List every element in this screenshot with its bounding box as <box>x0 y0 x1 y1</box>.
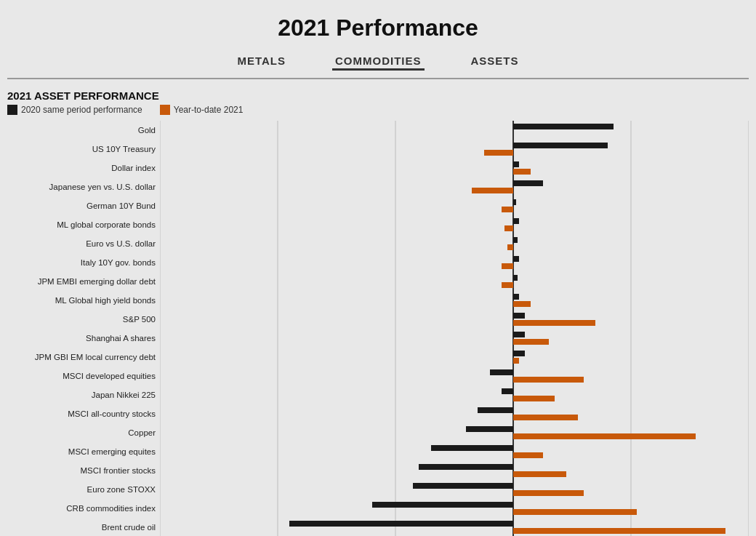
label-cell: Japan Nikkei 225 <box>7 385 160 404</box>
orange-bar <box>472 188 513 193</box>
bar-row <box>160 404 749 423</box>
label-cell: CRB commodities index <box>7 499 160 518</box>
bar-row <box>160 215 749 234</box>
bar-row <box>160 348 749 367</box>
page-title: 2021 Performance <box>7 7 749 47</box>
bar-row <box>160 461 749 480</box>
bars-column: -60-40-2002040% <box>160 121 749 536</box>
orange-bar <box>513 433 696 439</box>
black-bar <box>513 143 608 148</box>
orange-bar <box>484 150 514 156</box>
label-cell: Euro vs U.S. dollar <box>7 234 160 253</box>
orange-bar <box>513 509 637 515</box>
chart-area: GoldUS 10Y TreasuryDollar indexJapanese … <box>7 121 749 536</box>
bar-row <box>160 177 749 196</box>
label-cell: MSCI all-country stocks <box>7 404 160 423</box>
label-cell: JPM GBI EM local currency debt <box>7 348 160 367</box>
black-bar <box>513 199 516 205</box>
orange-bar <box>513 490 584 496</box>
bar-row <box>160 196 749 215</box>
orange-bar <box>513 301 531 307</box>
black-bar <box>419 464 513 470</box>
black-bar <box>513 256 519 262</box>
tab-metals[interactable]: METALS <box>234 53 289 71</box>
bar-row <box>160 385 749 404</box>
legend-orange-label: Year-to-date 2021 <box>174 105 244 115</box>
tab-assets[interactable]: ASSETS <box>468 53 522 71</box>
bar-row <box>160 159 749 177</box>
orange-bar <box>513 169 531 175</box>
label-cell: MSCI developed equities <box>7 367 160 385</box>
black-bar <box>513 313 525 319</box>
orange-bar <box>513 528 725 534</box>
legend-black: 2020 same period performance <box>7 105 142 115</box>
bar-row <box>160 442 749 461</box>
bar-row <box>160 518 749 536</box>
black-bar <box>513 161 519 167</box>
legend-orange: Year-to-date 2021 <box>160 105 244 115</box>
section-title: 2021 ASSET PERFORMANCE <box>7 89 749 102</box>
black-bar <box>513 351 525 356</box>
orange-bar <box>513 396 555 401</box>
black-bar <box>513 218 519 224</box>
bar-row <box>160 367 749 385</box>
bar-row <box>160 140 749 159</box>
label-cell: MSCI frontier stocks <box>7 461 160 480</box>
bar-row <box>160 423 749 442</box>
label-cell: US 10Y Treasury <box>7 140 160 159</box>
black-bar <box>513 124 614 129</box>
tab-commodities[interactable]: COMMODITIES <box>332 53 425 71</box>
black-bar <box>513 180 543 186</box>
label-cell: Italy 10Y gov. bonds <box>7 253 160 272</box>
bar-row <box>160 329 749 348</box>
bar-row <box>160 499 749 518</box>
label-cell: S&P 500 <box>7 310 160 329</box>
black-bar <box>431 445 513 451</box>
black-bar <box>478 407 513 413</box>
label-cell: Shanghai A shares <box>7 329 160 348</box>
orange-bar <box>502 282 513 288</box>
page-container: 2021 Performance METALS COMMODITIES ASSE… <box>7 7 749 536</box>
bar-row <box>160 291 749 310</box>
black-bar <box>502 388 513 394</box>
label-cell: Dollar index <box>7 159 160 177</box>
bar-row <box>160 310 749 329</box>
orange-bar <box>504 225 513 231</box>
black-bar <box>413 483 513 489</box>
black-bar <box>466 426 513 432</box>
bar-row <box>160 480 749 499</box>
black-bar <box>513 237 518 243</box>
orange-bar <box>507 244 513 250</box>
label-cell: Brent crude oil <box>7 518 160 536</box>
bar-row <box>160 253 749 272</box>
black-bar <box>490 369 513 375</box>
black-bar <box>289 521 513 527</box>
black-bar <box>513 275 518 281</box>
black-bar <box>372 502 513 508</box>
label-cell: JPM EMBI emerging dollar debt <box>7 272 160 291</box>
label-cell: Japanese yen vs. U.S. dollar <box>7 177 160 196</box>
label-cell: German 10Y Bund <box>7 196 160 215</box>
legend-black-box <box>7 105 17 115</box>
orange-bar <box>513 358 519 364</box>
orange-bar <box>502 207 513 212</box>
bar-row <box>160 272 749 291</box>
orange-bar <box>513 339 549 345</box>
label-cell: ML Global high yield bonds <box>7 291 160 310</box>
label-cell: Copper <box>7 423 160 442</box>
label-cell: MSCI emerging equites <box>7 442 160 461</box>
legend: 2020 same period performance Year-to-dat… <box>7 105 749 115</box>
legend-black-label: 2020 same period performance <box>21 105 142 115</box>
row-bars <box>160 121 749 536</box>
labels-column: GoldUS 10Y TreasuryDollar indexJapanese … <box>7 121 160 536</box>
label-cell: Gold <box>7 121 160 140</box>
label-cell: ML global corporate bonds <box>7 215 160 234</box>
bar-row <box>160 121 749 140</box>
orange-bar <box>513 471 566 477</box>
orange-bar <box>502 263 513 269</box>
nav-tabs: METALS COMMODITIES ASSETS <box>7 47 749 79</box>
orange-bar <box>513 415 578 420</box>
orange-bar <box>513 377 584 383</box>
legend-orange-box <box>160 105 170 115</box>
label-cell: Euro zone STOXX <box>7 480 160 499</box>
